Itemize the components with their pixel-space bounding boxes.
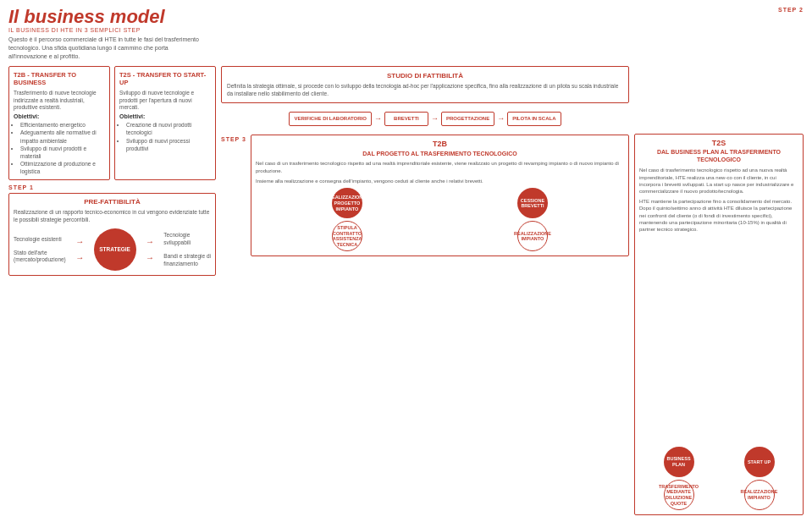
t2b-circle-1-label: Realizzazione Progetto Impianto <box>332 188 362 218</box>
strategy-diagram: Tecnologie esistenti Stato dell'arte(mer… <box>14 228 211 271</box>
t2s-obj-title: Obiettivi: <box>119 113 211 119</box>
t2b-obj-3: Sviluppo di nuovi prodotti e materiali <box>20 145 105 160</box>
t2s-circle-2-label: Start Up <box>744 447 775 477</box>
t2b-obj-4: Ottimizzazione di produzione e logistica <box>20 160 105 175</box>
t2b-objectives: Efficientamento energetico Adeguamento a… <box>14 121 105 175</box>
t2s-right-desc1: Nel caso di trasferimento tecnologico ri… <box>639 167 798 195</box>
pre-fattibilita-box: Pre-fattibilità Realizzazione di un rapp… <box>8 193 216 276</box>
header: Il business model Il business di HTE in … <box>8 7 804 61</box>
t2s-circle-3: Trasferimento mediante diluizione quote <box>664 480 694 510</box>
process-step-4: Pilota in scala <box>507 112 561 126</box>
t2b-obj-2: Adeguamento alle normative di impatto am… <box>20 129 105 144</box>
t2b-bottom-desc2: Insieme alla realizzazione e consegna de… <box>256 178 624 184</box>
t2s-circles-row1: Business Plan Start Up <box>639 447 798 477</box>
t2b-obj-1: Efficientamento energetico <box>20 121 105 129</box>
t2b-bottom-desc1: Nel caso di un trasferimento tecnologico… <box>256 160 624 174</box>
strategy-right-items: Tecnologiesviluppabili Bandi e strategie… <box>163 232 211 267</box>
t2s-right-subtitle: Dal business plan al trasferimento tecno… <box>639 149 798 163</box>
t2s-desc: Sviluppo di nuove tecnologie e prodotti … <box>119 90 211 111</box>
strategy-item-4: Bandi e strategie difinanziamento <box>163 253 211 267</box>
t2s-card: T2S - Transfer to Start-up Sviluppo di n… <box>114 66 216 180</box>
step1-label: Step 1 <box>8 184 216 190</box>
pre-fattibilita-title: Pre-fattibilità <box>14 198 211 206</box>
t2s-right-desc2: HTE mantiene la partecipazione fino a co… <box>639 198 798 234</box>
t2b-circle-4-label: Realizzazione Impianto <box>517 221 548 251</box>
strategy-right-arrows: → → <box>146 237 154 262</box>
t2s-circle-2: Start Up <box>744 447 775 477</box>
left-column: T2B - Transfer to Business Trasferimento… <box>8 66 216 515</box>
middle-column: Studio di fattibilità Definita la strate… <box>221 66 629 515</box>
process-step-1: Verifiche di laboratorio <box>289 112 371 126</box>
pre-fattibilita-desc: Realizzazione di un rapporto tecnico-eco… <box>14 208 211 223</box>
t2s-circle-4-label: Realizzazione Impianto <box>744 480 775 510</box>
t2s-circle-1-label: Business Plan <box>664 447 694 477</box>
strategy-item-3: Tecnologiesviluppabili <box>163 232 211 246</box>
arrow-3: → <box>146 237 154 246</box>
process-step-1-label: Verifiche di laboratorio <box>294 116 366 122</box>
t2b-circle-2-label: Cessione Brevetti <box>517 188 548 218</box>
t2s-circle-3-label: Trasferimento mediante diluizione quote <box>664 480 694 510</box>
t2b-circles-row1: Realizzazione Progetto Impianto Cessione… <box>256 188 624 218</box>
step3-area: Step 3 T2B Dal progetto al trasferimento… <box>221 135 629 515</box>
process-step-3: Progettazione <box>441 112 494 126</box>
process-arrow-1: → <box>374 114 382 123</box>
transfer-cards: T2B - Transfer to Business Trasferimento… <box>8 66 216 180</box>
arrow-2: → <box>75 253 84 262</box>
studio-box: Studio di fattibilità Definita la strate… <box>221 66 629 103</box>
strategy-circle: Strategie <box>94 228 136 271</box>
strategy-item-1: Tecnologie esistenti <box>14 236 66 243</box>
studio-desc: Definita la strategia ottimale, si proce… <box>227 82 623 97</box>
main-title: Il business model <box>8 7 216 27</box>
t2b-bottom-subtitle: Dal progetto al trasferimento tecnologic… <box>256 151 624 157</box>
step1-area: Step 1 Pre-fattibilità Realizzazione di … <box>8 184 216 515</box>
header-desc: Questo è il percorso commerciale di HTE … <box>8 36 207 60</box>
t2b-circle-3: Stipula contratto assistenza tecnica <box>332 221 362 251</box>
t2b-bottom-section: T2B Dal progetto al trasferimento tecnol… <box>251 135 629 256</box>
t2b-title: T2B - Transfer to Business <box>14 71 105 88</box>
t2b-obj-title: Obiettivi: <box>14 113 105 119</box>
process-arrow-2: → <box>431 114 439 123</box>
t2s-circles-row2: Trasferimento mediante diluizione quote … <box>639 480 798 510</box>
t2s-obj-2: Sviluppo di nuovi processi produttivi <box>126 137 211 152</box>
arrow-4: → <box>146 253 154 262</box>
strategy-center: Strategie <box>94 228 136 271</box>
t2s-right-title: T2S <box>639 139 798 148</box>
t2s-circle-1: Business Plan <box>664 447 694 477</box>
t2b-bottom-title: T2B <box>256 140 624 149</box>
t2b-circle-4: Realizzazione Impianto <box>517 221 548 251</box>
strategy-left-arrows: → → <box>75 237 84 262</box>
process-step-4-label: Pilota in scala <box>512 116 555 122</box>
process-step-2: Brevetti <box>384 112 428 126</box>
main-content: T2B - Transfer to Business Trasferimento… <box>8 66 804 515</box>
arrow-1: → <box>75 237 84 246</box>
step2-label: Step 2 <box>778 7 804 13</box>
process-step-3-label: Progettazione <box>446 116 489 122</box>
t2s-right-section: T2S Dal business plan al trasferimento t… <box>634 134 804 515</box>
t2b-circles-row2: Stipula contratto assistenza tecnica Rea… <box>256 221 624 251</box>
right-column: T2S Dal business plan al trasferimento t… <box>634 66 804 515</box>
page: Il business model Il business di HTE in … <box>0 0 812 522</box>
studio-title: Studio di fattibilità <box>227 72 623 80</box>
header-left: Il business model Il business di HTE in … <box>8 7 216 61</box>
t2s-circle-4: Realizzazione Impianto <box>744 480 775 510</box>
t2b-circle-1: Realizzazione Progetto Impianto <box>332 188 362 218</box>
t2b-card: T2B - Transfer to Business Trasferimento… <box>8 66 110 180</box>
strategy-left-items: Tecnologie esistenti Stato dell'arte(mer… <box>14 236 66 264</box>
t2b-desc: Trasferimento di nuove tecnologie indiri… <box>14 90 105 111</box>
t2s-title: T2S - Transfer to Start-up <box>119 71 211 88</box>
t2b-circle-2: Cessione Brevetti <box>517 188 548 218</box>
t2s-obj-1: Creazione di nuovi prodotti tecnologici <box>126 121 211 136</box>
t2s-objectives: Creazione di nuovi prodotti tecnologici … <box>119 121 211 151</box>
t2b-circle-3-label: Stipula contratto assistenza tecnica <box>332 221 362 251</box>
subtitle: Il business di HTE in 3 semplici step <box>8 27 216 33</box>
strategy-item-2: Stato dell'arte(mercato/produzione) <box>14 250 66 264</box>
process-row: Verifiche di laboratorio → Brevetti → Pr… <box>221 112 629 126</box>
step3-label: Step 3 <box>221 136 246 142</box>
process-step-2-label: Brevetti <box>389 116 423 122</box>
process-arrow-3: → <box>497 114 505 123</box>
